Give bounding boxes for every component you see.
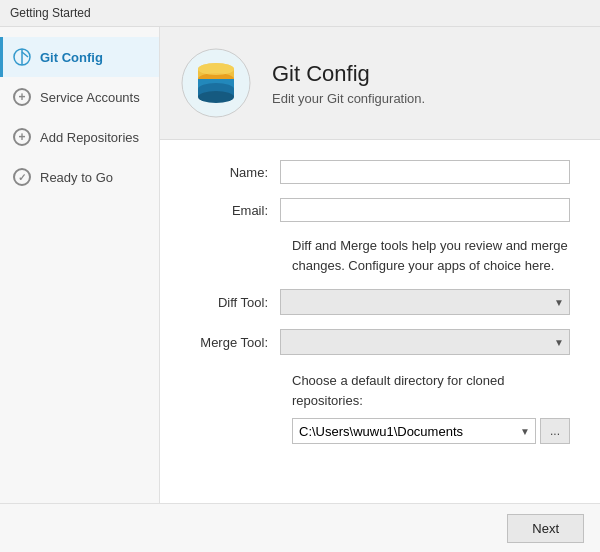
sidebar-item-service-accounts[interactable]: + Service Accounts [0,77,159,117]
directory-select-wrapper: C:\Users\wuwu1\Documents ▼ [292,418,536,444]
header-area: Git Config Edit your Git configuration. [160,27,600,140]
next-button[interactable]: Next [507,514,584,543]
diff-tool-label: Diff Tool: [190,295,280,310]
content-area: Git Config + Service Accounts + Add Repo… [0,27,600,503]
sidebar-item-ready-to-go-label: Ready to Go [40,170,113,185]
sidebar-item-service-accounts-label: Service Accounts [40,90,140,105]
title-bar: Getting Started [0,0,600,27]
sidebar-item-git-config-label: Git Config [40,50,103,65]
email-row: Email: [190,198,570,222]
browse-button[interactable]: ... [540,418,570,444]
right-content: Git Config Edit your Git configuration. … [160,27,600,503]
diff-tool-wrapper: ▼ [280,289,570,315]
merge-tool-wrapper: ▼ [280,329,570,355]
form-area: Name: Email: Diff and Merge tools help y… [160,140,600,503]
service-accounts-icon: + [12,87,32,107]
header-title: Git Config [272,61,425,87]
name-input[interactable] [280,160,570,184]
email-input[interactable] [280,198,570,222]
name-label: Name: [190,165,280,180]
directory-select[interactable]: C:\Users\wuwu1\Documents [292,418,536,444]
sidebar-item-add-repositories[interactable]: + Add Repositories [0,117,159,157]
add-repositories-icon: + [12,127,32,147]
svg-line-2 [22,52,28,57]
merge-tool-row: Merge Tool: ▼ [190,329,570,355]
svg-point-10 [198,91,234,103]
diff-tool-select[interactable] [280,289,570,315]
sidebar-item-git-config[interactable]: Git Config [0,37,159,77]
main-container: Git Config + Service Accounts + Add Repo… [0,27,600,552]
footer: Next [0,503,600,552]
directory-row: C:\Users\wuwu1\Documents ▼ ... [292,418,570,444]
email-label: Email: [190,203,280,218]
diff-tool-row: Diff Tool: ▼ [190,289,570,315]
ready-to-go-icon: ✓ [12,167,32,187]
git-config-icon [12,47,32,67]
sidebar-item-ready-to-go[interactable]: ✓ Ready to Go [0,157,159,197]
header-text: Git Config Edit your Git configuration. [272,61,425,106]
info-text: Diff and Merge tools help you review and… [292,236,570,275]
browse-button-label: ... [550,424,560,438]
sidebar: Git Config + Service Accounts + Add Repo… [0,27,160,503]
sidebar-item-add-repositories-label: Add Repositories [40,130,139,145]
name-row: Name: [190,160,570,184]
merge-tool-label: Merge Tool: [190,335,280,350]
directory-label: Choose a default directory for cloned re… [292,371,570,410]
next-button-label: Next [532,521,559,536]
directory-section: Choose a default directory for cloned re… [292,371,570,444]
svg-point-11 [198,63,234,75]
app-icon [180,47,252,119]
merge-tool-select[interactable] [280,329,570,355]
title-bar-label: Getting Started [10,6,91,20]
form-body: Name: Email: Diff and Merge tools help y… [160,140,600,464]
header-subtitle: Edit your Git configuration. [272,91,425,106]
